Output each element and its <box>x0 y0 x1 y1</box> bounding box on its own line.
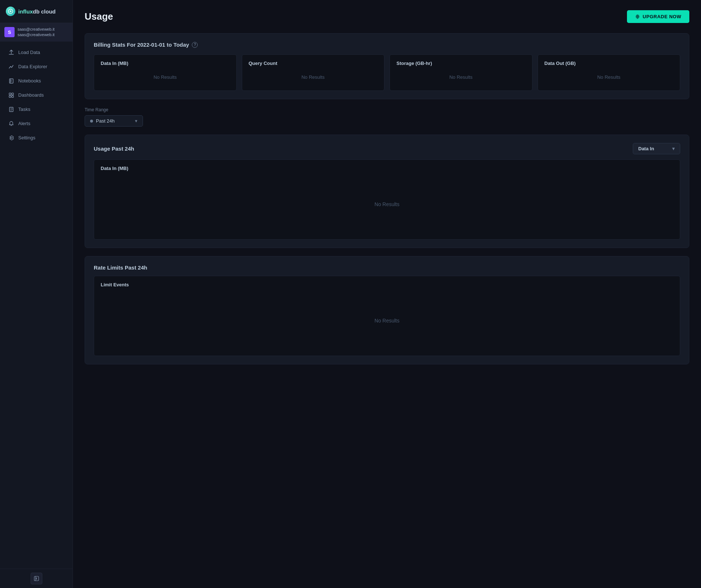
stat-card-data-out: Data Out (GB) No Results <box>538 54 681 91</box>
time-range-section: Time Range Past 24h ▾ <box>85 107 689 127</box>
sidebar-label-tasks: Tasks <box>18 107 30 112</box>
rate-limits-no-results: No Results <box>101 291 673 350</box>
sidebar-item-tasks[interactable]: Tasks <box>2 102 70 116</box>
page-header: Usage UPGRADE NOW <box>85 10 689 23</box>
dashboard-icon <box>8 92 15 98</box>
rate-limits-title-text: Rate Limits Past 24h <box>94 264 147 271</box>
stat-card-data-in: Data In (MB) No Results <box>94 54 237 91</box>
chart-type-dropdown[interactable]: Data In ▾ <box>633 143 680 154</box>
usage-section-title-text: Usage Past 24h <box>94 146 134 152</box>
sidebar-item-settings[interactable]: Settings <box>2 131 70 145</box>
stat-title-query-count: Query Count <box>249 61 378 66</box>
stats-grid: Data In (MB) No Results Query Count No R… <box>94 54 680 91</box>
billing-stats-section: Billing Stats For 2022-01-01 to Today ? … <box>85 33 689 99</box>
svg-rect-1 <box>9 79 13 83</box>
main-content: Usage UPGRADE NOW Billing Stats For 2022… <box>73 0 701 588</box>
logo-text: influxdb cloud <box>18 8 56 15</box>
stat-value-data-in: No Results <box>101 70 230 85</box>
sidebar-item-dashboards[interactable]: Dashboards <box>2 88 70 102</box>
stat-value-storage: No Results <box>396 70 526 85</box>
svg-rect-5 <box>12 96 13 97</box>
billing-section-title: Billing Stats For 2022-01-01 to Today ? <box>94 42 680 48</box>
tasks-icon <box>8 106 15 113</box>
sidebar-label-load-data: Load Data <box>18 50 40 55</box>
collapse-button[interactable] <box>31 573 42 584</box>
billing-title-text: Billing Stats For 2022-01-01 to Today <box>94 42 189 48</box>
stat-title-data-out: Data Out (GB) <box>545 61 674 66</box>
billing-help-icon[interactable]: ? <box>192 42 198 48</box>
stat-title-storage: Storage (GB-hr) <box>396 61 526 66</box>
chart-icon <box>8 63 15 70</box>
settings-icon <box>8 135 15 141</box>
logo: influxdb cloud <box>0 0 73 23</box>
stat-card-storage: Storage (GB-hr) No Results <box>390 54 532 91</box>
stat-card-query-count: Query Count No Results <box>242 54 385 91</box>
usage-section-header: Usage Past 24h Data In ▾ <box>94 143 680 154</box>
chart-type-chevron-icon: ▾ <box>672 146 675 151</box>
sidebar-item-alerts[interactable]: Alerts <box>2 117 70 131</box>
upgrade-now-button[interactable]: UPGRADE NOW <box>627 10 689 23</box>
rate-limits-header: Rate Limits Past 24h <box>94 264 680 271</box>
stat-value-data-out: No Results <box>545 70 674 85</box>
page-title: Usage <box>85 11 113 22</box>
sidebar-label-settings: Settings <box>18 135 35 140</box>
sidebar-item-notebooks[interactable]: Notebooks <box>2 74 70 88</box>
usage-chart-card: Data In (MB) No Results <box>94 159 680 240</box>
upload-icon <box>8 49 15 56</box>
stat-title-data-in: Data In (MB) <box>101 61 230 66</box>
stat-value-query-count: No Results <box>249 70 378 85</box>
logo-icon <box>6 7 15 16</box>
usage-chart-no-results: No Results <box>101 175 673 233</box>
rate-limits-section: Rate Limits Past 24h Limit Events No Res… <box>85 256 689 364</box>
sidebar-item-load-data[interactable]: Load Data <box>2 46 70 59</box>
svg-rect-4 <box>9 96 11 97</box>
svg-rect-3 <box>12 93 13 95</box>
notebook-icon <box>8 78 15 84</box>
sidebar-item-data-explorer[interactable]: Data Explorer <box>2 60 70 74</box>
chart-type-label: Data In <box>638 146 654 151</box>
upgrade-now-label: UPGRADE NOW <box>643 14 681 19</box>
sidebar-label-data-explorer: Data Explorer <box>18 64 47 69</box>
time-range-value: Past 24h <box>96 118 115 124</box>
sidebar-footer <box>0 569 73 588</box>
bell-icon <box>8 120 15 127</box>
rocket-icon <box>635 14 640 19</box>
user-info: saas@creativeweb.it saas@creativeweb.it <box>18 27 55 38</box>
time-range-label: Time Range <box>85 107 689 112</box>
user-email-2: saas@creativeweb.it <box>18 32 55 38</box>
rate-limits-chart-title: Limit Events <box>101 282 673 287</box>
svg-rect-2 <box>9 93 11 95</box>
sidebar-nav: Load Data Data Explorer Notebooks <box>0 42 73 569</box>
user-section[interactable]: S saas@creativeweb.it saas@creativeweb.i… <box>0 23 73 42</box>
usage-section: Usage Past 24h Data In ▾ Data In (MB) No… <box>85 135 689 248</box>
avatar: S <box>4 27 15 37</box>
user-email-1: saas@creativeweb.it <box>18 27 55 32</box>
time-range-select[interactable]: Past 24h ▾ <box>85 115 143 127</box>
sidebar-label-alerts: Alerts <box>18 121 30 126</box>
chevron-down-icon: ▾ <box>135 118 138 124</box>
sidebar-label-dashboards: Dashboards <box>18 92 44 98</box>
svg-rect-8 <box>34 576 39 581</box>
sidebar: influxdb cloud S saas@creativeweb.it saa… <box>0 0 73 588</box>
rate-limits-chart-card: Limit Events No Results <box>94 276 680 356</box>
sidebar-label-notebooks: Notebooks <box>18 78 41 84</box>
usage-chart-title: Data In (MB) <box>101 166 673 171</box>
select-dot-icon <box>90 120 93 123</box>
